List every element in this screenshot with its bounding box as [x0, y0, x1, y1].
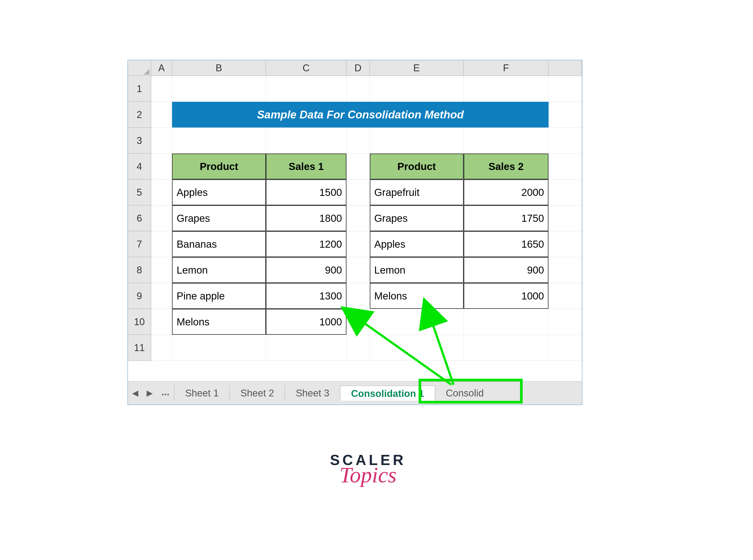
cell-D4[interactable] [347, 154, 370, 180]
cell-B10[interactable]: Melons [172, 309, 266, 335]
cell-C11[interactable] [266, 335, 347, 361]
cell-E5[interactable]: Grapefruit [370, 180, 464, 205]
cell-D9[interactable] [347, 283, 370, 309]
cell-E8[interactable]: Lemon [370, 257, 464, 283]
col-header-extra[interactable] [548, 60, 582, 76]
cell-B5[interactable]: Apples [172, 180, 266, 205]
tab-nav-next[interactable]: ▶ [142, 388, 157, 398]
cell-D8[interactable] [347, 257, 370, 283]
row-header-8[interactable]: 8 [128, 257, 151, 283]
cell-B6[interactable]: Grapes [172, 205, 266, 231]
cell-F10[interactable] [464, 309, 549, 335]
cell-G1[interactable] [548, 76, 582, 102]
cell-G2[interactable] [548, 102, 582, 128]
cell-A4[interactable] [151, 154, 172, 180]
cell-B8[interactable]: Lemon [172, 257, 266, 283]
cell-D7[interactable] [347, 231, 370, 257]
cell-E11[interactable] [370, 335, 464, 361]
col-header-F[interactable]: F [464, 60, 549, 76]
cell-C3[interactable] [266, 128, 347, 154]
cell-D5[interactable] [347, 180, 370, 205]
cell-F8[interactable]: 900 [464, 257, 549, 283]
cell-G6[interactable] [548, 205, 582, 231]
cell-C10[interactable]: 1000 [266, 309, 347, 335]
tab-nav-prev[interactable]: ◀ [128, 388, 142, 398]
cell-A11[interactable] [151, 335, 172, 361]
cell-E4[interactable]: Product [370, 154, 464, 180]
cell-A7[interactable] [151, 231, 172, 257]
row-header-7[interactable]: 7 [128, 231, 151, 257]
tab-sheet-3[interactable]: Sheet 3 [285, 385, 341, 401]
row-header-6[interactable]: 6 [128, 205, 151, 231]
cell-G10[interactable] [548, 309, 582, 335]
row-header-3[interactable]: 3 [128, 128, 151, 154]
cell-A6[interactable] [151, 205, 172, 231]
cell-A5[interactable] [151, 180, 172, 205]
tab-sheet-2[interactable]: Sheet 2 [230, 385, 285, 401]
row-header-4[interactable]: 4 [128, 154, 151, 180]
cell-E6[interactable]: Grapes [370, 205, 464, 231]
cell-A10[interactable] [151, 309, 172, 335]
cell-G8[interactable] [548, 257, 582, 283]
tab-consolidation-1[interactable]: Consolidation 1 [341, 385, 435, 401]
cell-G11[interactable] [548, 335, 582, 361]
cell-E1[interactable] [370, 76, 464, 102]
cell-B11[interactable] [172, 335, 266, 361]
col-header-E[interactable]: E [370, 60, 464, 76]
cell-C6[interactable]: 1800 [266, 205, 347, 231]
cell-E10[interactable] [370, 309, 464, 335]
cell-C9[interactable]: 1300 [266, 283, 347, 309]
cell-E3[interactable] [370, 128, 464, 154]
cell-C5[interactable]: 1500 [266, 180, 347, 205]
cell-E9[interactable]: Melons [370, 283, 464, 309]
cell-A8[interactable] [151, 257, 172, 283]
cell-F6[interactable]: 1750 [464, 205, 549, 231]
cell-A9[interactable] [151, 283, 172, 309]
cell-C8[interactable]: 900 [266, 257, 347, 283]
tab-sheet-1[interactable]: Sheet 1 [175, 385, 230, 401]
cell-C4[interactable]: Sales 1 [266, 154, 347, 180]
col-header-B[interactable]: B [172, 60, 266, 76]
cell-D11[interactable] [347, 335, 370, 361]
cell-B9[interactable]: Pine apple [172, 283, 266, 309]
row-header-2[interactable]: 2 [128, 102, 151, 128]
cell-F3[interactable] [464, 128, 549, 154]
cell-D1[interactable] [347, 76, 370, 102]
cell-G9[interactable] [548, 283, 582, 309]
col-header-A[interactable]: A [151, 60, 172, 76]
col-header-D[interactable]: D [347, 60, 370, 76]
row-header-11[interactable]: 11 [128, 335, 151, 361]
row-header-9[interactable]: 9 [128, 283, 151, 309]
cell-G3[interactable] [548, 128, 582, 154]
cell-D3[interactable] [347, 128, 370, 154]
cell-F1[interactable] [464, 76, 549, 102]
row-header-5[interactable]: 5 [128, 180, 151, 205]
cell-B4[interactable]: Product [172, 154, 266, 180]
row-header-1[interactable]: 1 [128, 76, 151, 102]
cell-D10[interactable] [347, 309, 370, 335]
cell-A3[interactable] [151, 128, 172, 154]
cell-C1[interactable] [266, 76, 347, 102]
cell-C7[interactable]: 1200 [266, 231, 347, 257]
cell-F9[interactable]: 1000 [464, 283, 549, 309]
cell-G4[interactable] [548, 154, 582, 180]
cell-A1[interactable] [151, 76, 172, 102]
cell-F4[interactable]: Sales 2 [464, 154, 549, 180]
cell-A2[interactable] [151, 102, 172, 128]
cell-D6[interactable] [347, 205, 370, 231]
cell-F11[interactable] [464, 335, 549, 361]
row-header-10[interactable]: 10 [128, 309, 151, 335]
tab-ellipsis[interactable]: ... [157, 385, 175, 401]
cell-G5[interactable] [548, 180, 582, 205]
cell-G7[interactable] [548, 231, 582, 257]
cell-B2-F2-merged[interactable]: Sample Data For Consolidation Method [172, 102, 548, 128]
cell-B1[interactable] [172, 76, 266, 102]
select-all-corner[interactable] [128, 60, 151, 76]
col-header-C[interactable]: C [266, 60, 347, 76]
cell-E7[interactable]: Apples [370, 231, 464, 257]
tab-consolidation-partial[interactable]: Consolid [435, 385, 494, 401]
cell-B3[interactable] [172, 128, 266, 154]
cell-B7[interactable]: Bananas [172, 231, 266, 257]
cell-F5[interactable]: 2000 [464, 180, 549, 205]
cell-F7[interactable]: 1650 [464, 231, 549, 257]
